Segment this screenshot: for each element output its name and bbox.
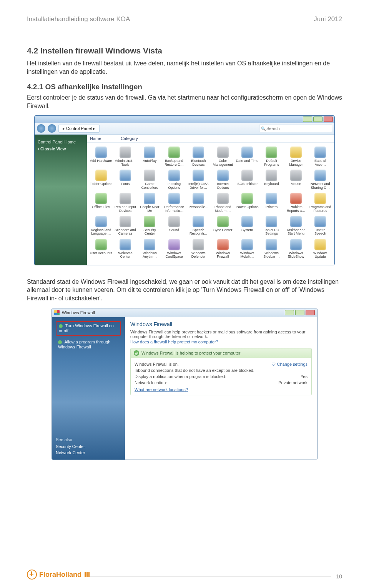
- cp-item[interactable]: Color Management: [211, 146, 234, 167]
- cp-item[interactable]: People Near Me: [138, 192, 161, 213]
- cp-item[interactable]: Windows Update: [309, 238, 332, 260]
- row-inbound: Inbound connections that do not have an …: [135, 367, 308, 373]
- cp-item[interactable]: Mouse: [284, 169, 308, 190]
- status-banner: Windows Firewall is helping to protect y…: [131, 348, 311, 358]
- sidebar-item-home[interactable]: Control Panel Home: [38, 138, 84, 145]
- cp-item[interactable]: Add Hardware: [89, 146, 113, 167]
- see-also-network-center[interactable]: Network Center: [56, 450, 121, 456]
- subsection-heading: 4.2.1 OS afhankelijke instellingen: [27, 83, 342, 91]
- close-button[interactable]: [324, 117, 333, 122]
- cp-item-icon: [314, 170, 326, 181]
- change-settings-link[interactable]: 🛡 Change settings: [271, 362, 308, 366]
- cp-item-label: iSCSI Initiator: [237, 182, 258, 186]
- cp-item[interactable]: Default Programs: [260, 146, 283, 167]
- cp-item[interactable]: Indexing Options: [162, 169, 186, 190]
- subsection-intro: Eerst controleer je de status van de fir…: [27, 93, 342, 110]
- cp-item[interactable]: Programs and Features: [309, 192, 332, 213]
- minimize-button[interactable]: [303, 117, 312, 122]
- task-allow-program[interactable]: Allow a program through Windows Firewall: [56, 339, 121, 350]
- cp-item[interactable]: System: [235, 215, 259, 237]
- network-locations-help-link[interactable]: What are network locations?: [135, 387, 188, 392]
- see-also-security-center[interactable]: Security Center: [56, 443, 121, 450]
- cp-item-label: Power Options: [236, 205, 259, 209]
- task-turn-firewall[interactable]: Turn Windows Firewall on or off: [56, 321, 121, 336]
- col-name[interactable]: Name: [90, 136, 121, 141]
- cp-item-icon: [217, 193, 229, 204]
- cp-item[interactable]: Phone and Modem …: [211, 192, 234, 213]
- cp-item[interactable]: Ease of Acce…: [309, 146, 332, 167]
- cp-item[interactable]: Date and Time: [235, 146, 259, 167]
- cp-item[interactable]: Fonts: [113, 169, 137, 190]
- cp-item-icon: [314, 193, 326, 204]
- maximize-button[interactable]: [313, 117, 322, 122]
- cp-item[interactable]: Printers: [260, 192, 283, 213]
- cp-item[interactable]: Pen and Input Devices: [113, 192, 137, 213]
- cp-item[interactable]: Sound: [162, 215, 186, 237]
- cp-item-icon: [95, 170, 107, 181]
- cp-item-icon: [168, 147, 180, 158]
- cp-item-label: Security Center: [138, 228, 161, 236]
- cp-item-label: Programs and Features: [309, 205, 332, 213]
- col-category[interactable]: Category: [121, 136, 138, 141]
- doc-date: Juni 2012: [314, 15, 342, 23]
- firewall-window: Windows Firewall Turn Windows Firewall o…: [52, 308, 317, 460]
- row-inbound-label: Inbound connections that do not have an …: [135, 368, 254, 373]
- cp-item[interactable]: Folder Options: [89, 169, 113, 190]
- nav-forward-icon[interactable]: [48, 124, 56, 133]
- cp-item[interactable]: Regional and Language …: [89, 215, 113, 237]
- close-button[interactable]: [306, 310, 315, 315]
- cp-item[interactable]: Sync Center: [211, 215, 234, 237]
- cp-item[interactable]: Text to Speech: [309, 215, 332, 237]
- cp-item[interactable]: Keyboard: [260, 169, 283, 190]
- cp-item[interactable]: Bluetooth Devices: [187, 146, 210, 167]
- minimize-button[interactable]: [285, 310, 294, 315]
- cp-item[interactable]: AutoPlay: [138, 146, 161, 167]
- cp-item[interactable]: Windows SlideShow: [284, 238, 308, 260]
- cp-item-label: Date and Time: [236, 159, 259, 163]
- sidebar-item-classic[interactable]: • Classic View: [38, 145, 84, 152]
- cp-item[interactable]: User Accounts: [89, 238, 113, 260]
- cp-item[interactable]: Taskbar and Start Menu: [284, 215, 308, 237]
- cp-item[interactable]: Security Center: [138, 215, 161, 237]
- cp-item-icon: [120, 193, 131, 204]
- cp-item[interactable]: Power Options: [235, 192, 259, 213]
- cp-item[interactable]: Device Manager: [284, 146, 308, 167]
- cp-item[interactable]: Windows Sidebar …: [260, 238, 283, 260]
- cp-item-label: Default Programs: [260, 159, 283, 167]
- cp-item[interactable]: Windows Firewall: [211, 238, 234, 260]
- cp-item-icon: [95, 239, 107, 250]
- cp-item-label: Backup and Restore C…: [163, 159, 185, 167]
- cp-item[interactable]: Administrat… Tools: [113, 146, 137, 167]
- cp-item-icon: [193, 170, 204, 181]
- search-box[interactable]: 🔍: [259, 125, 332, 132]
- row-on-label: Windows Firewall is on.: [135, 362, 179, 366]
- cp-item[interactable]: Problem Reports a…: [284, 192, 308, 213]
- cp-item[interactable]: Scanners and Cameras: [113, 215, 137, 237]
- maximize-button[interactable]: [295, 310, 304, 315]
- cp-item[interactable]: Performance Informatio…: [162, 192, 186, 213]
- cp-item[interactable]: iSCSI Initiator: [235, 169, 259, 190]
- cp-item-label: Windows Mobilit…: [236, 252, 258, 259]
- help-link[interactable]: How does a firewall help protect my comp…: [130, 340, 218, 344]
- cp-item[interactable]: Offline Files: [89, 192, 113, 213]
- cp-item[interactable]: Network and Sharing C…: [309, 169, 332, 190]
- cp-item[interactable]: Internet Options: [211, 169, 234, 190]
- cp-item[interactable]: Windows CardSpace: [162, 238, 186, 260]
- cp-item[interactable]: Windows Anytim…: [138, 238, 161, 260]
- status-banner-text: Windows Firewall is helping to protect y…: [141, 351, 240, 355]
- cp-item[interactable]: Game Controllers: [138, 169, 161, 190]
- cp-item-label: Network and Sharing C…: [309, 182, 332, 190]
- cp-item[interactable]: Intel(R) GMA Driver for…: [187, 169, 210, 190]
- nav-back-icon[interactable]: [37, 124, 45, 133]
- cp-item[interactable]: Welcome Center: [113, 238, 137, 260]
- cp-item[interactable]: Speech Recogniti…: [187, 215, 210, 237]
- search-input[interactable]: [266, 126, 330, 131]
- cp-item[interactable]: Windows Defender: [187, 238, 210, 260]
- cp-item[interactable]: Tablet PC Settings: [260, 215, 283, 237]
- cp-item[interactable]: Backup and Restore C…: [162, 146, 186, 167]
- cp-main: Name Category Add HardwareAdministrat… T…: [87, 135, 334, 265]
- cp-item[interactable]: Windows Mobilit…: [235, 238, 259, 260]
- cp-item-label: Fonts: [121, 182, 130, 186]
- breadcrumb[interactable]: ▸ Control Panel ▸: [58, 125, 100, 133]
- cp-item[interactable]: Personaliz…: [187, 192, 210, 213]
